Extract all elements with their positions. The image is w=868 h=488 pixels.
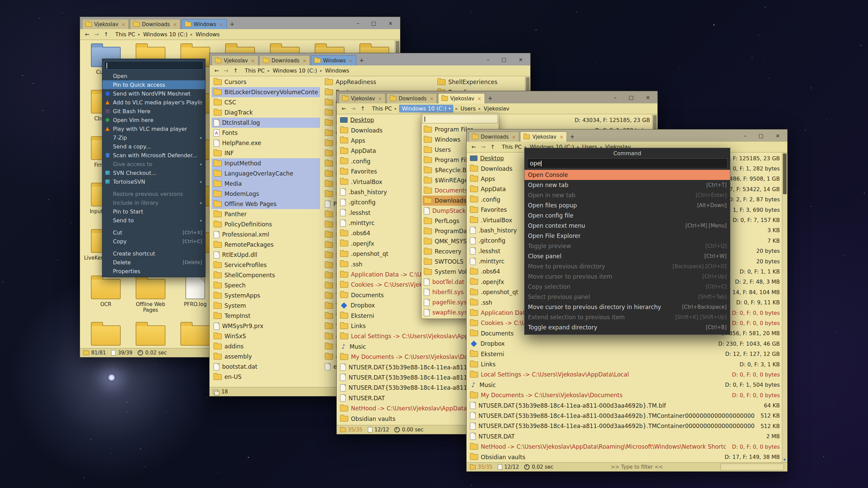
tab-close-icon[interactable]: ×	[430, 96, 434, 101]
file-row[interactable]: System	[212, 301, 320, 311]
tab-close-icon[interactable]: ×	[349, 58, 353, 63]
menu-item[interactable]: Send a copy...	[102, 142, 205, 151]
menu-item[interactable]: Delete[Delete]	[102, 258, 205, 267]
file-row[interactable]: RemotePackages	[212, 240, 320, 250]
menu-item[interactable]: Give access to▸	[102, 160, 205, 168]
up-button[interactable]: ↑	[358, 105, 367, 113]
breadcrumb-item[interactable]: This PC	[501, 143, 522, 150]
palette-item[interactable]: Toggle expand directory[Ctrl+B]	[525, 322, 730, 332]
maximize-button[interactable]: □	[501, 57, 506, 62]
tab-close-icon[interactable]: ×	[559, 135, 564, 139]
menu-item[interactable]: Pin to Quick access	[102, 80, 205, 89]
palette-item[interactable]: Extend selection to previous item[Shift+…	[525, 312, 730, 322]
file-row[interactable]: WinSxS	[212, 331, 320, 341]
file-row[interactable]: SystemApps	[212, 290, 320, 301]
up-button[interactable]: ↑	[102, 30, 111, 39]
breadcrumb-item[interactable]: Windows	[324, 67, 350, 74]
file-row[interactable]: NetHood -> C:\Users\Vjekoslav\AppData\Ro…	[468, 442, 782, 452]
menu-item[interactable]: Scan with Microsoft Defender...	[102, 151, 205, 160]
file-row[interactable]: NTUSER.DAT{53b39e88-18c4-11ea-a811-000d3…	[468, 421, 782, 431]
menu-item[interactable]: Restore previous versions	[102, 189, 205, 198]
tab-close-icon[interactable]: ×	[512, 135, 516, 139]
minimize-button[interactable]: –	[744, 134, 747, 139]
palette-item[interactable]: Close panel[Ctrl+W]	[525, 251, 730, 261]
minimize-button[interactable]: –	[357, 21, 359, 26]
status-filter-input[interactable]	[721, 464, 784, 470]
tab-close-icon[interactable]: ×	[302, 58, 307, 63]
palette-item[interactable]: Move to previous directory[Backspace] [C…	[525, 261, 730, 271]
palette-item[interactable]: Copy selection[Ctrl+C]	[525, 282, 730, 292]
new-tab-button[interactable]: +	[486, 94, 495, 103]
scrollbar[interactable]	[782, 152, 787, 462]
tab-downloads[interactable]: Downloads×	[469, 131, 519, 142]
file-row[interactable]: Cursors	[212, 77, 320, 87]
menu-item[interactable]: Play with VLC media player	[102, 124, 205, 133]
file-row[interactable]: AppReadiness	[323, 77, 431, 87]
tab-vjekoslav[interactable]: Vjekoslav×	[212, 55, 258, 65]
tab-downloads[interactable]: Downloads×	[259, 55, 310, 65]
new-tab-button[interactable]: +	[228, 20, 237, 28]
file-row[interactable]: PolicyDefinitions	[212, 219, 320, 229]
breadcrumb-item[interactable]: Vjekoslav	[483, 105, 510, 112]
new-tab-button[interactable]: +	[568, 132, 577, 141]
menu-item[interactable]: 7-Zip▸	[102, 133, 205, 142]
breadcrumb-item[interactable]: Windows	[195, 31, 220, 38]
file-row[interactable]: NTUSER.DAT{53b39e88-18c4-11ea-a811-000d3…	[468, 400, 782, 410]
palette-item[interactable]: Toggle preview[Ctrl+Q]	[525, 241, 730, 251]
tab-windows[interactable]: Windows×	[181, 19, 227, 29]
file-row[interactable]: BitLockerDiscoveryVolumeContents	[212, 87, 320, 97]
dropdown-filter-input[interactable]	[422, 115, 498, 123]
palette-item[interactable]: Open File Explorer	[525, 231, 730, 241]
back-button[interactable]: ←	[339, 105, 348, 113]
menu-item[interactable]: TortoiseSVN▸	[102, 177, 205, 186]
file-row[interactable]: My Documents -> C:\Users\Vjekoslav\Docum…	[468, 390, 782, 400]
menu-item[interactable]: Properties	[102, 267, 205, 276]
menu-item[interactable]: Send with NordVPN Meshnet	[102, 89, 205, 98]
palette-item[interactable]: Open files popup[Alt+Down]	[525, 200, 730, 210]
scrollbar-thumb[interactable]	[783, 154, 787, 194]
palette-item[interactable]: Open Console	[525, 170, 730, 180]
tab-downloads[interactable]: Downloads×	[387, 93, 437, 103]
file-row[interactable]: NTUSER.DAT{53b39e88-18c4-11ea-a811-000d3…	[468, 411, 782, 421]
file-row[interactable]: Obsidian vaultsD: 17, F: 149, 38 MB	[468, 452, 782, 462]
menu-item[interactable]: Add to VLC media player's Playlist	[102, 98, 205, 107]
palette-item[interactable]: Move cursor to previous directory in hie…	[525, 302, 730, 312]
tab-close-icon[interactable]: ×	[173, 22, 177, 27]
close-button[interactable]: ×	[388, 21, 393, 26]
tab-downloads[interactable]: Downloads×	[130, 19, 180, 29]
minimize-button[interactable]: –	[487, 57, 490, 62]
file-row[interactable]: DropboxD: 230, F: 1043, 46 GB	[468, 339, 782, 349]
file-row[interactable]: Speech	[212, 280, 320, 290]
maximize-button[interactable]: □	[629, 95, 633, 100]
file-row[interactable]: addins	[212, 341, 320, 351]
menu-item[interactable]: Cut[Ctrl+X]	[102, 228, 205, 237]
tab-vjekoslav[interactable]: Vjekoslav×	[339, 93, 386, 103]
breadcrumb-item[interactable]: Windows 10 (C:)	[272, 67, 318, 74]
palette-item[interactable]: Open in new tab[Ctrl+Enter]	[525, 190, 730, 200]
forward-button[interactable]: →	[479, 143, 488, 151]
tab-close-icon[interactable]: ×	[219, 22, 223, 27]
breadcrumb-item[interactable]: Users	[460, 105, 476, 112]
breadcrumb-item[interactable]: Windows 10 (C:)	[142, 31, 188, 38]
file-row[interactable]: Panther	[212, 209, 320, 219]
palette-item[interactable]: Open context menu[Ctrl+M] [Menu]	[525, 221, 730, 231]
tab-vjekoslav[interactable]: Vjekoslav×	[520, 131, 567, 142]
palette-search-input[interactable]: ope	[527, 158, 728, 168]
file-row[interactable]: INF	[212, 148, 320, 158]
file-row[interactable]: LinksD: 0, F: 3, 1 KB	[468, 359, 782, 369]
up-button[interactable]: ↑	[488, 143, 497, 151]
tab-vjekoslav[interactable]: Vjekoslav×	[438, 93, 485, 103]
back-button[interactable]: ←	[212, 67, 221, 75]
file-row[interactable]: bootstat.dat	[212, 362, 320, 372]
new-tab-button[interactable]: +	[357, 56, 366, 65]
file-row[interactable]: ServiceProfiles	[212, 260, 320, 270]
maximize-button[interactable]: □	[758, 134, 763, 139]
file-row[interactable]: Local Settings -> C:\Users\Vjekoslav\App…	[468, 369, 782, 380]
breadcrumb-item[interactable]: This PC	[371, 105, 393, 112]
file-row[interactable]: HelpPane.exe	[212, 138, 320, 148]
file-row[interactable]: EksterniD: 12, F: 127, 12 GB	[468, 349, 782, 359]
file-row[interactable]: LanguageOverlayCache	[212, 168, 320, 179]
forward-button[interactable]: →	[222, 67, 231, 75]
file-row[interactable]: InputMethod	[212, 158, 320, 168]
context-menu-filter-input[interactable]	[104, 61, 203, 70]
